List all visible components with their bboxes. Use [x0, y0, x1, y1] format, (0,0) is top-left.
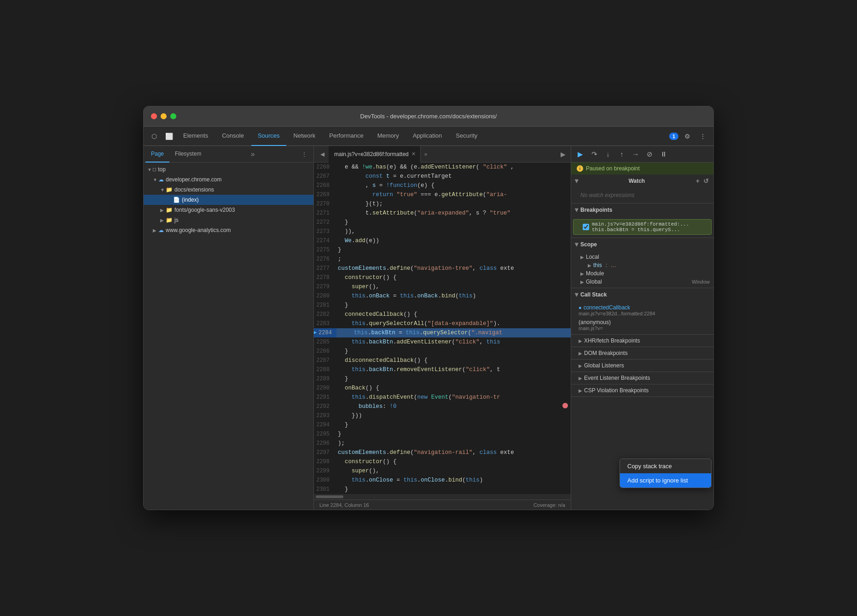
notification-badge[interactable]: 1 [669, 133, 678, 140]
code-line-2271: 2271 t.setAttribute("aria-expanded", s ?… [314, 209, 571, 218]
settings-icon[interactable]: ⚙ [680, 129, 694, 143]
refresh-watch-icon[interactable]: ↺ [702, 176, 710, 186]
add-watch-icon[interactable]: + [695, 176, 701, 186]
code-editor[interactable]: 2260 e && !we.has(e) && (e.addEventListe… [314, 163, 571, 500]
step-into-button[interactable]: ↓ [602, 148, 614, 161]
scope-local-this[interactable]: ▶ this : … [571, 261, 713, 269]
scope-arrow-icon: ▶ [574, 243, 579, 246]
close-button[interactable] [151, 113, 157, 119]
step-button[interactable]: → [629, 148, 642, 161]
tree-item-index[interactable]: ▶ 📄 (index) [144, 195, 313, 205]
traffic-lights [151, 113, 176, 119]
breakpoint-checkbox[interactable] [583, 224, 589, 230]
xhr-label: XHR/fetch Breakpoints [584, 337, 640, 344]
tree-item-top[interactable]: ▼ □ top [144, 164, 313, 174]
code-line-2275: 2275 } [314, 245, 571, 255]
tab-application[interactable]: Application [406, 127, 449, 146]
tree-item-chrome[interactable]: ▼ ☁ developer.chrome.com [144, 174, 313, 185]
scope-global-label: Global [586, 279, 602, 285]
device-toolbar-icon[interactable]: ⬜ [162, 129, 176, 143]
context-menu: Copy stack trace Add script to ignore li… [620, 459, 712, 488]
xhr-fetch-header[interactable]: ▶ XHR/fetch Breakpoints [571, 335, 713, 347]
tree-item-docs[interactable]: ▼ 📁 docs/extensions [144, 185, 313, 195]
paused-banner: i Paused on breakpoint [571, 163, 713, 174]
code-line-2280: 2280 this.onBack = this.onBack.bind(this… [314, 291, 571, 301]
run-snippet-icon[interactable]: ▶ [557, 148, 569, 160]
editor-tab-main[interactable]: main.js?v=e382d86f:formatted ✕ [329, 146, 421, 163]
scope-global-header[interactable]: ▶ Global Window [571, 278, 713, 286]
code-line-2289: 2289 } [314, 374, 571, 384]
code-line-2292: 2292 bubbles: !0 [314, 402, 571, 411]
code-line-2288: 2288 this.backBtn.removeEventListener("c… [314, 365, 571, 374]
code-line-2293: 2293 })) [314, 411, 571, 420]
scope-global-arrow-icon: ▶ [580, 279, 584, 285]
inspect-icon[interactable]: ⬡ [147, 129, 161, 143]
code-line-2297: 2297 customElements.define("navigation-r… [314, 448, 571, 457]
file-tree-actions-icon[interactable]: ⋮ [299, 149, 310, 160]
watch-body: No watch expressions [571, 187, 713, 203]
editor-tab-label: main.js?v=e382d86f:formatted [334, 151, 409, 157]
devtools-navbar: ⬡ ⬜ Elements Console Sources Network Per… [144, 127, 713, 146]
tab-console[interactable]: Console [215, 127, 250, 146]
code-line-2284: ▶2284 this.backBtn = this.querySelector(… [314, 328, 571, 337]
editor-tabs-more-icon[interactable]: » [421, 151, 431, 157]
code-line-2285: 2285 this.backBtn.addEventListener("clic… [314, 337, 571, 347]
code-line-2279: 2279 super(), [314, 282, 571, 291]
watch-section-header[interactable]: ▶ Watch + ↺ [571, 174, 713, 187]
tab-elements[interactable]: Elements [177, 127, 214, 146]
step-out-button[interactable]: ↑ [615, 148, 628, 161]
deactivate-breakpoints-icon[interactable]: ⊘ [643, 148, 656, 161]
breakpoints-header[interactable]: ▶ Breakpoints [571, 203, 713, 216]
callstack-body: ● connectedCallback main.js?v=e382d...fo… [571, 301, 713, 334]
callstack-header[interactable]: ▶ Call Stack [571, 288, 713, 301]
tree-arrow-fonts: ▶ [160, 208, 166, 213]
code-line-2260: 2260 e && !we.has(e) && (e.addEventListe… [314, 163, 571, 172]
more-options-icon[interactable]: ⋮ [696, 129, 710, 143]
context-menu-item-ignore[interactable]: Add script to ignore list [620, 473, 711, 488]
scope-module-header[interactable]: ▶ Module [571, 269, 713, 278]
resume-button[interactable]: ▶ [574, 148, 587, 161]
callstack-item-1[interactable]: (anonymous) main.js?v= [571, 318, 713, 332]
tree-arrow-js: ▶ [160, 218, 166, 223]
code-line-2270: 2270 }(t); [314, 199, 571, 209]
scope-local-header[interactable]: ▶ Local [571, 253, 713, 261]
csp-section: ▶ CSP Violation Breakpoints [571, 384, 713, 397]
tree-label-index: (index) [182, 197, 199, 203]
titlebar: DevTools - developer.chrome.com/docs/ext… [144, 106, 713, 127]
tab-filesystem[interactable]: Filesystem [169, 146, 207, 163]
event-label: Event Listener Breakpoints [584, 375, 650, 381]
tree-item-fonts[interactable]: ▶ 📁 fonts/google-sans-v2003 [144, 205, 313, 215]
tree-item-analytics[interactable]: ▶ ☁ www.google-analytics.com [144, 225, 313, 235]
editor-tab-close-icon[interactable]: ✕ [411, 151, 416, 157]
event-listener-header[interactable]: ▶ Event Listener Breakpoints [571, 372, 713, 384]
tab-performance[interactable]: Performance [323, 127, 370, 146]
nav-right-section: 1 ⚙ ⋮ [669, 129, 710, 143]
global-listeners-header[interactable]: ▶ Global Listeners [571, 360, 713, 372]
tab-page[interactable]: Page [145, 146, 169, 163]
callstack-arrow-icon: ▶ [574, 293, 579, 296]
breakpoint-file: main.js?v=e382d86f:formatted:... [592, 221, 689, 227]
step-over-button[interactable]: ↷ [588, 148, 601, 161]
scope-header[interactable]: ▶ Scope [571, 238, 713, 251]
left-panel-tabs: Page Filesystem » ⋮ [144, 146, 313, 163]
scope-title: Scope [580, 241, 597, 248]
breakpoint-item-0[interactable]: main.js?v=e382d86f:formatted:... this.ba… [573, 219, 712, 235]
scope-this-value: … [611, 262, 616, 268]
context-menu-item-copy-stack[interactable]: Copy stack trace [620, 459, 711, 473]
callstack-item-0[interactable]: ● connectedCallback main.js?v=e382d...fo… [571, 303, 713, 318]
tab-memory[interactable]: Memory [371, 127, 405, 146]
left-tabs-more-icon[interactable]: » [247, 150, 259, 158]
tab-sources[interactable]: Sources [251, 127, 286, 146]
tree-item-js[interactable]: ▶ 📁 js [144, 215, 313, 225]
tab-network[interactable]: Network [287, 127, 322, 146]
editor-nav-left-icon[interactable]: ◀ [316, 148, 329, 161]
maximize-button[interactable] [170, 113, 176, 119]
breakpoint-details: main.js?v=e382d86f:formatted:... this.ba… [592, 221, 689, 232]
csp-header[interactable]: ▶ CSP Violation Breakpoints [571, 384, 713, 396]
pause-on-exceptions-icon[interactable]: ⏸ [657, 148, 670, 161]
tab-security[interactable]: Security [449, 127, 484, 146]
dom-breakpoints-header[interactable]: ▶ DOM Breakpoints [571, 347, 713, 359]
minimize-button[interactable] [161, 113, 167, 119]
tree-label-fonts: fonts/google-sans-v2003 [174, 207, 235, 213]
cursor-position: Line 2284, Column 16 [319, 502, 369, 508]
